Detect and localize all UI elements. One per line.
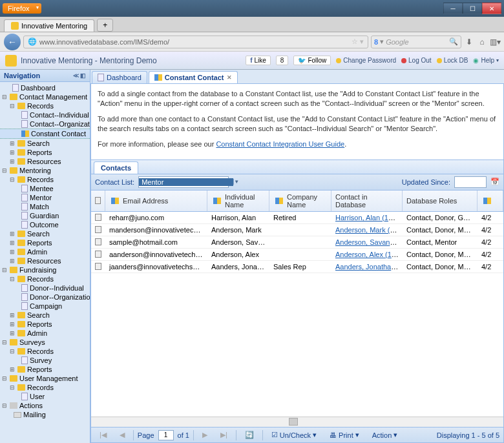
updated-since-input[interactable]	[454, 176, 487, 188]
grid-header-name[interactable]: Individual Name	[207, 191, 269, 211]
table-row[interactable]: sample@hotmail.comAnderson, SavannahAnde…	[91, 236, 503, 249]
nav-donor-organization[interactable]: Donor--Organization	[0, 293, 90, 302]
page-number-input[interactable]	[158, 430, 174, 440]
refresh-button[interactable]: 🔄	[240, 429, 258, 440]
nav-back-button[interactable]: ←	[4, 34, 21, 50]
nav-fr-records[interactable]: ⊟Records	[0, 274, 90, 283]
help-link[interactable]: ◉Help▾	[473, 57, 499, 64]
page-next-button[interactable]: ▶	[198, 429, 212, 440]
nav-fr-reports[interactable]: ⊞Reports	[0, 320, 90, 329]
nav-fundraising[interactable]: ⊟Fundraising	[0, 265, 90, 274]
home-icon[interactable]: ⌂	[477, 37, 487, 47]
nav-contact-management[interactable]: ⊟Contact Management	[0, 92, 90, 101]
nav-cm-resources[interactable]: ⊞Resources	[0, 157, 90, 166]
nav-mentor[interactable]: Mentor	[0, 193, 90, 202]
table-row[interactable]: aanderson@innovativetechsolutions...Ande…	[91, 249, 503, 261]
logout-link[interactable]: Log Out	[401, 57, 432, 64]
contact-link[interactable]: Anderson, Alex (10130)	[335, 251, 403, 258]
nav-surveys[interactable]: ⊟Surveys	[0, 338, 90, 347]
window-close-button[interactable]: ✕	[482, 3, 501, 14]
nav-user[interactable]: User	[0, 392, 90, 401]
nav-surveys-reports[interactable]: ⊞Reports	[0, 365, 90, 374]
contact-list-input[interactable]	[139, 178, 233, 186]
calendar-icon[interactable]: 📅	[490, 178, 499, 186]
grid-header-updated[interactable]	[478, 191, 503, 211]
twitter-follow-button[interactable]: 🐦Follow	[293, 56, 331, 65]
bookmarks-icon[interactable]: ▥▾	[490, 37, 500, 47]
table-row[interactable]: manderson@innovativetechsolutions...Ande…	[91, 224, 503, 236]
firefox-menu-button[interactable]: Firefox	[3, 3, 41, 14]
page-last-button[interactable]: ▶|	[216, 429, 232, 440]
nav-mentoring-admin[interactable]: ⊞Admin	[0, 247, 90, 256]
page-first-button[interactable]: |◀	[95, 429, 111, 440]
tab-contacts[interactable]: Contacts	[94, 161, 138, 174]
row-checkbox[interactable]	[91, 224, 105, 236]
nav-mentee[interactable]: Mentee	[0, 184, 90, 193]
change-password-link[interactable]: Change Password	[336, 57, 396, 64]
row-checkbox[interactable]	[91, 249, 105, 260]
nav-match[interactable]: Match	[0, 202, 90, 211]
nav-cm-search[interactable]: ⊞Search	[0, 139, 90, 148]
nav-survey[interactable]: Survey	[0, 356, 90, 365]
nav-um-records[interactable]: ⊟Records	[0, 383, 90, 392]
nav-outcome[interactable]: Outcome	[0, 220, 90, 229]
user-guide-link[interactable]: Constant Contact Integration User Guide	[216, 140, 344, 148]
tab-constant-contact[interactable]: Constant Contact✕	[149, 71, 238, 83]
url-input[interactable]: 🌐 www.innovativedatabase.com/IMS/demo/ ☆…	[23, 36, 368, 48]
nav-campaign[interactable]: Campaign	[0, 302, 90, 311]
nav-fr-search[interactable]: ⊞Search	[0, 311, 90, 320]
column-icon	[111, 198, 119, 204]
grid-header-checkbox[interactable]	[91, 191, 105, 211]
grid-header-email[interactable]: Email Address	[105, 191, 207, 211]
page-prev-button[interactable]: ◀	[115, 429, 129, 440]
nav-mentoring[interactable]: ⊟Mentoring	[0, 166, 90, 175]
nav-mailing[interactable]: Mailing	[0, 410, 90, 419]
nav-tool-button[interactable]: ◧	[80, 72, 86, 79]
print-button[interactable]: 🖶 Print ▾	[325, 429, 364, 440]
action-menu-button[interactable]: Action ▾	[368, 429, 403, 440]
window-maximize-button[interactable]: ☐	[463, 3, 482, 14]
nav-dashboard[interactable]: Dashboard	[0, 83, 90, 92]
nav-user-management[interactable]: ⊟User Management	[0, 374, 90, 383]
lock-db-link[interactable]: Lock DB	[437, 57, 468, 64]
nav-guardian[interactable]: Guardian	[0, 211, 90, 220]
nav-mentoring-records[interactable]: ⊟Records	[0, 175, 90, 184]
download-icon[interactable]: ⬇	[464, 37, 474, 47]
row-checkbox[interactable]	[91, 261, 105, 273]
contact-link[interactable]: Aanders, Jonathan (100...	[335, 263, 403, 271]
contact-link[interactable]: Harrison, Alan (10025)	[335, 214, 403, 222]
table-row[interactable]: jaanders@innovativetechsolutions.netAand…	[91, 261, 503, 273]
nav-contact-individual[interactable]: Contact--Individual	[0, 110, 90, 119]
table-row[interactable]: reharr@juno.comHarrison, AlanRetiredHarr…	[91, 212, 503, 224]
nav-surveys-records[interactable]: ⊟Records	[0, 347, 90, 356]
nav-constant-contact[interactable]: Constant Contact	[0, 129, 90, 139]
chevron-down-icon[interactable]: ▼	[233, 179, 239, 185]
grid-header-company[interactable]: Company Name	[269, 191, 331, 211]
browser-search-input[interactable]: 8 ▾ Google 🔍	[371, 36, 461, 48]
browser-tab-active[interactable]: Innovative Mentoring	[4, 19, 94, 32]
row-checkbox[interactable]	[91, 236, 105, 248]
contact-link[interactable]: Anderson, Mark (10106)	[335, 226, 403, 234]
new-tab-button[interactable]: +	[97, 19, 113, 32]
facebook-like-button[interactable]: fLike	[246, 56, 271, 65]
uncheck-button[interactable]: ☑ Un/Check ▾	[267, 429, 321, 440]
contact-list-combo[interactable]: ▼	[138, 176, 229, 188]
tab-dashboard[interactable]: Dashboard	[92, 71, 147, 83]
nav-fr-admin[interactable]: ⊞Admin	[0, 329, 90, 338]
nav-cm-reports[interactable]: ⊞Reports	[0, 148, 90, 157]
row-checkbox[interactable]	[91, 212, 105, 223]
nav-mentoring-resources[interactable]: ⊞Resources	[0, 256, 90, 265]
window-minimize-button[interactable]: ─	[443, 3, 463, 14]
nav-donor-individual[interactable]: Donor--Individual	[0, 283, 90, 293]
nav-contact-organization[interactable]: Contact--Organization	[0, 119, 90, 129]
grid-header-roles[interactable]: Database Roles	[403, 191, 478, 211]
nav-mentoring-search[interactable]: ⊞Search	[0, 229, 90, 238]
grid-header-indb[interactable]: Contact in Database	[331, 191, 403, 211]
nav-mentoring-reports[interactable]: ⊞Reports	[0, 238, 90, 247]
nav-collapse-button[interactable]: ≪	[73, 72, 79, 79]
contact-link[interactable]: Anderson, Savannah (1...	[335, 238, 403, 246]
nav-cm-records[interactable]: ⊟Records	[0, 101, 90, 110]
nav-actions[interactable]: ⊟Actions	[0, 401, 90, 410]
close-icon[interactable]: ✕	[227, 74, 232, 81]
horizontal-scrollbar[interactable]	[91, 417, 503, 427]
